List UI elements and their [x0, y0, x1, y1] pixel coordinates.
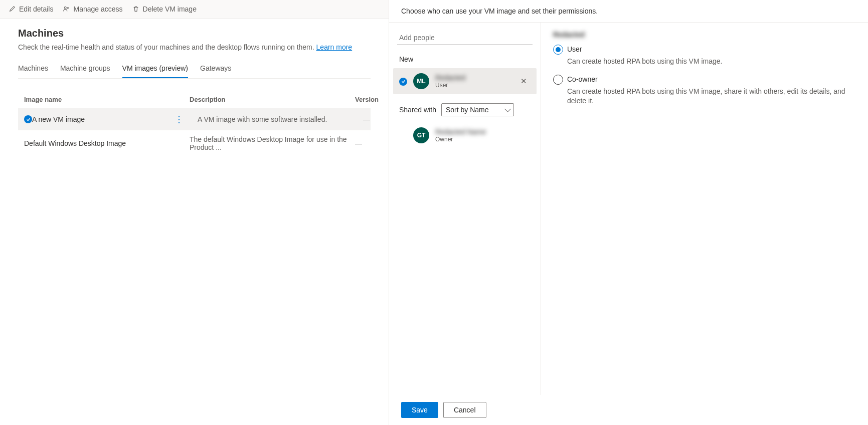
radio-label: Co-owner [567, 75, 598, 83]
shared-with-label: Shared with [399, 106, 436, 114]
close-icon[interactable]: ✕ [516, 77, 531, 86]
people-icon [62, 5, 70, 13]
person-role: Owner [435, 136, 531, 143]
radio-desc: Can create hosted RPA bots using this VM… [567, 87, 856, 106]
sort-select[interactable]: Sort by Name [441, 103, 514, 116]
trash-icon [132, 5, 140, 13]
vm-images-table: Image name Description Version A new VM … [18, 91, 371, 156]
share-panel: Choose who can use your VM image and set… [389, 0, 868, 425]
table-row[interactable]: Default Windows Desktop Image The defaul… [18, 130, 371, 156]
person-name: Redacted Name [435, 128, 531, 136]
panel-footer: Save Cancel [389, 395, 868, 425]
toolbar: Edit details Manage access Delete VM ima… [0, 0, 389, 19]
permissions-column: Redacted User Can create hosted RPA bots… [541, 23, 868, 395]
radio-button-icon[interactable] [553, 45, 563, 55]
tab-vm-images[interactable]: VM images (preview) [122, 60, 188, 78]
pencil-icon [8, 5, 16, 13]
row-desc: A VM image with some software installed. [198, 115, 363, 123]
svg-point-1 [67, 7, 69, 9]
radio-desc: Can create hosted RPA bots using this VM… [567, 57, 856, 67]
manage-access-label: Manage access [73, 5, 122, 13]
tabs: Machines Machine groups VM images (previ… [18, 60, 371, 79]
panel-intro: Choose who can use your VM image and set… [389, 0, 868, 22]
shared-with-row: Shared with Sort by Name [399, 103, 531, 116]
main-area: Edit details Manage access Delete VM ima… [0, 0, 389, 425]
panel-body: New ML Redacted User ✕ Shared with [389, 22, 868, 395]
save-button[interactable]: Save [401, 402, 438, 418]
radio-button-icon[interactable] [553, 75, 563, 85]
manage-access-button[interactable]: Manage access [62, 5, 122, 13]
edit-details-label: Edit details [19, 5, 53, 13]
more-icon[interactable]: ⋯ [174, 113, 185, 126]
tab-gateways[interactable]: Gateways [200, 60, 231, 78]
avatar: GT [413, 127, 429, 143]
new-section-label: New [399, 55, 531, 63]
row-name: A new VM image [32, 115, 85, 123]
person-role: User [435, 82, 510, 89]
person-name: Redacted [435, 74, 510, 82]
delete-vm-label: Delete VM image [143, 5, 197, 13]
svg-point-0 [65, 7, 67, 9]
page-title: Machines [18, 28, 371, 39]
person-row-shared[interactable]: GT Redacted Name Owner [393, 122, 537, 148]
learn-more-link[interactable]: Learn more [316, 43, 353, 51]
add-people-input[interactable] [397, 31, 533, 45]
page-body: Machines Check the real-time health and … [0, 19, 389, 165]
col-header-desc[interactable]: Description [190, 96, 355, 103]
edit-details-button[interactable]: Edit details [8, 5, 53, 13]
table-header: Image name Description Version [18, 91, 371, 108]
checkmark-icon[interactable] [24, 115, 32, 123]
people-column: New ML Redacted User ✕ Shared with [389, 23, 541, 395]
radio-label: User [567, 45, 582, 53]
radio-coowner[interactable]: Co-owner [553, 75, 856, 85]
avatar: ML [413, 73, 429, 89]
page-subtitle: Check the real-time health and status of… [18, 43, 371, 51]
tab-machine-groups[interactable]: Machine groups [60, 60, 110, 78]
cancel-button[interactable]: Cancel [443, 402, 486, 418]
permissions-heading: Redacted [553, 31, 585, 39]
subtitle-text: Check the real-time health and status of… [18, 43, 316, 51]
row-desc: The default Windows Desktop Image for us… [190, 135, 355, 151]
delete-vm-button[interactable]: Delete VM image [132, 5, 197, 13]
col-header-name[interactable]: Image name [24, 96, 190, 103]
person-row-new[interactable]: ML Redacted User ✕ [393, 68, 537, 94]
checkmark-icon[interactable] [399, 78, 407, 86]
radio-user[interactable]: User [553, 45, 856, 55]
tab-machines[interactable]: Machines [18, 60, 48, 78]
row-name: Default Windows Desktop Image [24, 139, 126, 147]
table-row[interactable]: A new VM image ⋯ A VM image with some so… [18, 108, 371, 130]
